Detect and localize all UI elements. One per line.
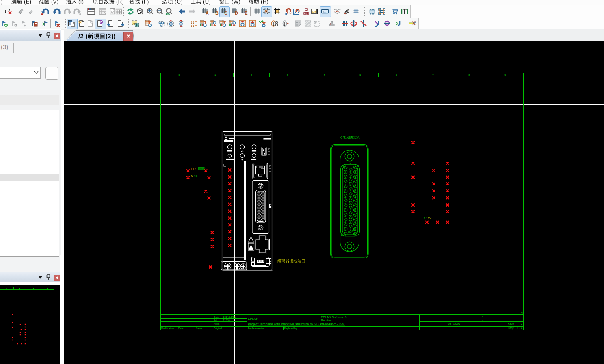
svg-text:Date: Date [214,315,219,318]
svg-text:GB_tpl001: GB_tpl001 [448,322,460,325]
svg-text:D: D [235,11,238,15]
svg-text:A: A [206,11,209,15]
svg-text:Service: Service [321,319,331,322]
svg-text:Replacement of: Replacement of [248,327,264,330]
svg-text:Appr.: Appr. [214,322,220,325]
svg-text:Page: Page [508,327,514,330]
svg-text:Ed.: Ed. [214,319,218,321]
svg-text:44: 44 [352,229,355,232]
svg-text:3: 3 [521,312,523,315]
svg-text:Modification: Modification [161,327,174,330]
svg-text:16: 16 [349,162,351,165]
svg-text:1 / 4: 1 / 4 [517,327,522,330]
svg-text:N: N [191,174,193,177]
svg-text:2024/10/31: 2024/10/31 [223,315,236,318]
svg-text:*: * [482,316,483,319]
svg-text:Date: Date [178,327,183,330]
svg-text:3 /: 3 / [424,217,426,220]
svg-text:B: B [215,11,219,15]
svg-text:Name: Name [196,327,202,330]
svg-text:EPLAN: EPLAN [248,317,258,321]
svg-text:Original: Original [214,327,222,330]
svg-text:1: 1 [343,165,344,167]
svg-text:Page: Page [508,322,514,325]
svg-text:0V: 0V [428,217,431,220]
svg-text:15: 15 [341,234,343,236]
svg-text:11380: 11380 [223,319,230,321]
svg-text:C: C [224,11,227,15]
svg-text:E: E [245,11,247,15]
svg-text:GmbH & Co. KG: GmbH & Co. KG [321,323,344,326]
svg-text:+: + [482,319,483,322]
svg-text:30: 30 [348,230,350,233]
svg-text:2: 2 [521,322,522,325]
svg-text:L1 /: L1 / [191,168,196,170]
svg-text:x....: x.... [323,11,326,13]
svg-text:31: 31 [357,165,359,167]
svg-text:Replaced by: Replaced by [284,327,297,330]
svg-text:/ 3: / 3 [194,174,197,177]
